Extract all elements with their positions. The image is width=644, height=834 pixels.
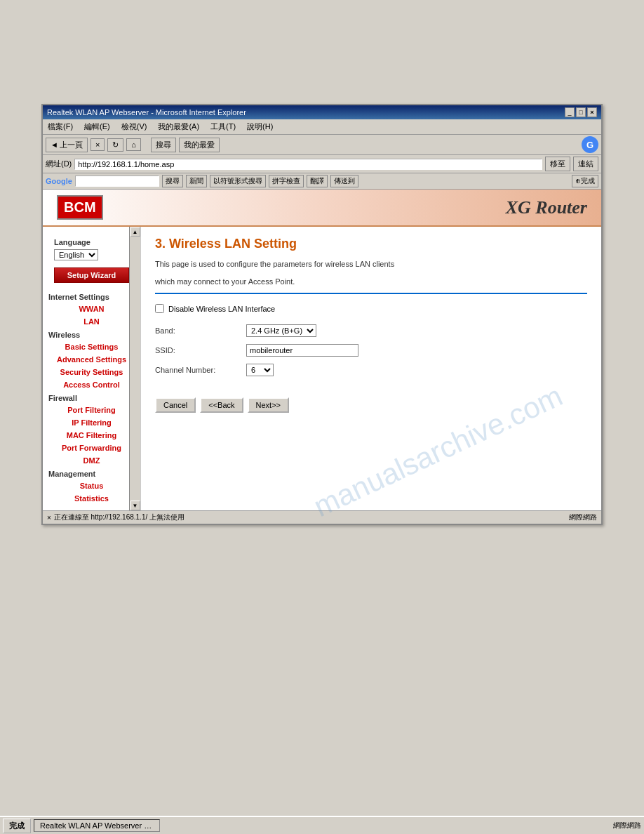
stop-button[interactable]: × — [90, 138, 105, 151]
band-row: Band: 2.4 GHz (B+G) 2.4 GHz (B) 2.4 GHz … — [155, 324, 587, 337]
menu-favorites[interactable]: 我的最愛(A) — [156, 121, 201, 133]
taskbar-browser-item[interactable]: Realtek WLAN AP Webserver - Microsoft In… — [34, 819, 160, 832]
back-button[interactable]: <<Back — [200, 397, 243, 413]
setup-wizard-button[interactable]: Setup Wizard — [54, 267, 129, 283]
sidebar-item-statistics[interactable]: Statistics — [43, 492, 140, 505]
channel-label: Channel Number: — [155, 366, 246, 374]
sidebar-item-advanced-settings[interactable]: Advanced Settings — [43, 353, 140, 366]
sidebar-item-port-forwarding[interactable]: Port Forwarding — [43, 442, 140, 454]
menu-bar: 檔案(F) 編輯(E) 檢視(V) 我的最愛(A) 工具(T) 說明(H) — [43, 119, 601, 135]
sidebar: Language English Setup Wizard Internet S… — [43, 227, 141, 510]
links-button[interactable]: 連結 — [573, 157, 598, 171]
status-text: 正在連線至 http://192.168.1.1/ 上無法使用 — [54, 512, 185, 522]
page-description-line1: This page is used to configure the param… — [155, 258, 587, 270]
sidebar-scrollbar[interactable]: ▲ ▼ — [129, 227, 140, 510]
disable-wireless-checkbox[interactable] — [155, 304, 164, 313]
next-button[interactable]: Next>> — [248, 397, 289, 413]
taskbar-items: Realtek WLAN AP Webserver - Microsoft In… — [34, 819, 610, 832]
start-button[interactable]: 完成 — [3, 819, 31, 833]
ssid-label: SSID: — [155, 346, 246, 355]
google-search-button[interactable]: 搜尋 — [162, 175, 183, 187]
toolbar: ◄ 上一頁 × ↻ ⌂ 搜尋 我的最愛 G — [43, 135, 601, 155]
maximize-button[interactable]: □ — [576, 107, 586, 117]
address-input[interactable] — [74, 159, 542, 170]
scroll-up-button[interactable]: ▲ — [130, 227, 140, 237]
disable-wireless-label: Disable Wireless LAN Interface — [168, 305, 275, 313]
scroll-down-button[interactable]: ▼ — [130, 501, 140, 510]
search-button[interactable]: 搜尋 — [151, 138, 176, 152]
language-label: Language — [48, 235, 135, 248]
action-buttons: Cancel <<Back Next>> — [155, 397, 587, 413]
internet-zone-label: 網際網路 — [569, 512, 597, 522]
stop-icon: × — [47, 514, 51, 522]
google-send-button[interactable]: 傳送到 — [330, 175, 358, 187]
sidebar-item-port-filtering[interactable]: Port Filtering — [43, 404, 140, 416]
sidebar-item-access-control[interactable]: Access Control — [43, 378, 140, 391]
google-translate-button[interactable]: 翻譯 — [307, 175, 328, 187]
google-toolbar: Google 搜尋 新聞 以符號形式搜尋 拼字檢查 翻譯 傳送到 ⊕完成 — [43, 173, 601, 190]
menu-help[interactable]: 說明(H) — [245, 121, 275, 133]
menu-tools[interactable]: 工具(T) — [208, 121, 238, 133]
minimize-button[interactable]: _ — [565, 107, 575, 117]
firewall-heading: Firewall — [43, 391, 140, 404]
bcm-logo: BCM — [57, 195, 103, 220]
menu-view[interactable]: 檢視(V) — [119, 121, 149, 133]
disable-checkbox-row: Disable Wireless LAN Interface — [155, 304, 587, 313]
router-header: BCM XG Router — [43, 190, 601, 227]
language-selector: English — [48, 248, 135, 262]
network-icon: 網際網路 — [613, 821, 641, 830]
sidebar-item-lan[interactable]: LAN — [43, 315, 140, 328]
menu-file[interactable]: 檔案(F) — [46, 121, 75, 133]
channel-row: Channel Number: 1234 5678 91011 — [155, 364, 587, 376]
sidebar-item-status[interactable]: Status — [43, 479, 140, 492]
sidebar-item-basic-settings[interactable]: Basic Settings — [43, 340, 140, 353]
sidebar-item-wwan[interactable]: WWAN — [43, 303, 140, 315]
language-dropdown[interactable]: English — [54, 249, 98, 260]
internet-settings-label: Internet Settings — [43, 290, 140, 303]
google-spell-button[interactable]: 拼字檢查 — [269, 175, 304, 187]
router-title: XG Router — [506, 197, 587, 218]
main-content: 3. Wireless LAN Setting This page is use… — [141, 227, 601, 510]
management-heading: Management — [43, 467, 140, 479]
sidebar-item-security-settings[interactable]: Security Settings — [43, 366, 140, 378]
sidebar-item-mac-filtering[interactable]: MAC Filtering — [43, 429, 140, 442]
sidebar-item-ip-filtering[interactable]: IP Filtering — [43, 416, 140, 429]
wireless-heading: Wireless — [43, 328, 140, 340]
language-section: Language English — [43, 232, 140, 263]
ssid-input[interactable] — [246, 344, 358, 357]
google-search-input[interactable] — [75, 176, 159, 187]
cancel-button[interactable]: Cancel — [155, 397, 196, 413]
divider — [155, 293, 587, 294]
google-g-icon: G — [582, 136, 598, 153]
menu-edit[interactable]: 編輯(E) — [82, 121, 112, 133]
page-title: 3. Wireless LAN Setting — [155, 237, 587, 251]
window-controls: _ □ × — [565, 107, 597, 117]
band-label: Band: — [155, 326, 246, 335]
taskbar: 完成 Realtek WLAN AP Webserver - Microsoft… — [0, 816, 644, 834]
google-label: Google — [46, 177, 72, 185]
band-select[interactable]: 2.4 GHz (B+G) 2.4 GHz (B) 2.4 GHz (G) — [246, 324, 316, 337]
back-button[interactable]: ◄ 上一頁 — [46, 138, 88, 152]
browser-title: Realtek WLAN AP Webserver - Microsoft In… — [47, 108, 246, 117]
google-news-button[interactable]: 新聞 — [186, 175, 207, 187]
status-right: 網際網路 — [569, 512, 597, 522]
page-description-line2: which may connect to your Access Point. — [155, 276, 587, 288]
sidebar-item-dmz[interactable]: DMZ — [43, 454, 140, 467]
google-symbol-button[interactable]: 以符號形式搜尋 — [210, 175, 266, 187]
google-done-button[interactable]: ⊕完成 — [572, 175, 598, 187]
ssid-row: SSID: — [155, 344, 587, 357]
channel-select[interactable]: 1234 5678 91011 — [246, 364, 274, 376]
favorites-button[interactable]: 我的最愛 — [179, 138, 220, 152]
go-button[interactable]: 移至 — [545, 157, 570, 171]
page-body: Language English Setup Wizard Internet S… — [43, 227, 601, 510]
refresh-button[interactable]: ↻ — [107, 138, 123, 152]
close-button[interactable]: × — [587, 107, 597, 117]
address-label: 網址(D) — [46, 159, 72, 169]
status-bar: × 正在連線至 http://192.168.1.1/ 上無法使用 網際網路 — [43, 510, 601, 524]
address-bar: 網址(D) 移至 連結 — [43, 155, 601, 173]
status-left: × 正在連線至 http://192.168.1.1/ 上無法使用 — [47, 512, 185, 522]
home-button[interactable]: ⌂ — [126, 138, 141, 151]
